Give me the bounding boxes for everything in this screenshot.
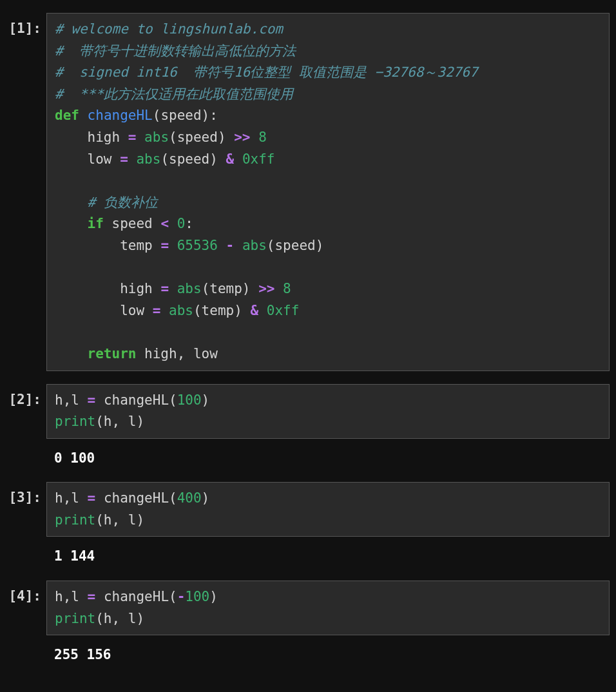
token-var <box>55 195 88 210</box>
token-var: ) <box>202 490 210 506</box>
token-var <box>136 130 144 145</box>
token-number-lit: 65536 <box>177 238 218 253</box>
token-operator: - <box>226 238 235 253</box>
token-builtin: abs <box>144 130 169 145</box>
cell-content: h,l = changeHL(100)print(h, l)0 100 <box>46 384 610 470</box>
token-var: changeHL( <box>95 392 177 408</box>
token-builtin: abs <box>169 303 193 318</box>
token-builtin: print <box>55 611 95 626</box>
cell-prompt: [2]: <box>6 384 46 470</box>
code-input[interactable]: # welcome to lingshunlab.com# 带符号十进制数转输出… <box>46 13 610 371</box>
token-number-lit: 8 <box>258 130 267 145</box>
token-var <box>169 216 177 231</box>
token-var <box>55 260 120 275</box>
token-var <box>169 281 177 296</box>
token-var: changeHL( <box>95 490 177 506</box>
token-keyword: def <box>55 108 79 123</box>
token-var: temp <box>55 238 160 253</box>
code-line: if speed < 0: <box>55 213 601 235</box>
token-operator: - <box>177 589 186 604</box>
cell-4: [4]:h,l = changeHL(-100)print(h, l)255 1… <box>6 581 610 666</box>
cell-2: [2]:h,l = changeHL(100)print(h, l)0 100 <box>6 384 610 470</box>
code-line: # welcome to lingshunlab.com <box>55 19 601 41</box>
token-number-lit: 8 <box>283 281 291 296</box>
token-operator: = <box>160 238 169 253</box>
token-var: changeHL( <box>95 589 177 604</box>
cell-prompt: [3]: <box>6 482 46 568</box>
token-var: ) <box>209 589 218 604</box>
token-var: high, low <box>136 346 217 361</box>
token-comment: # 负数补位 <box>88 195 158 210</box>
token-builtin: abs <box>136 151 160 167</box>
token-var <box>258 303 267 318</box>
token-var <box>218 238 226 253</box>
code-line <box>55 322 601 343</box>
cell-output: 1 144 <box>46 537 610 568</box>
token-var <box>160 303 169 318</box>
token-var: (temp) <box>202 281 259 296</box>
token-var: (h, l) <box>95 414 144 429</box>
token-var <box>234 238 242 253</box>
code-line: print(h, l) <box>55 411 601 433</box>
token-keyword: if <box>88 216 104 231</box>
token-var <box>169 238 177 253</box>
code-line: h,l = changeHL(100) <box>55 390 601 412</box>
token-var: high <box>55 130 128 145</box>
code-line: # ***此方法仅适用在此取值范围使用 <box>55 84 601 106</box>
token-var: low <box>55 151 120 167</box>
code-line: return high, low <box>55 343 601 365</box>
token-builtin: print <box>55 414 95 429</box>
cell-content: h,l = changeHL(-100)print(h, l)255 156 <box>46 581 610 666</box>
code-line: h,l = changeHL(400) <box>55 488 601 510</box>
token-var <box>55 324 88 340</box>
token-var <box>55 216 88 231</box>
token-comment: # ***此方法仅适用在此取值范围使用 <box>55 86 293 102</box>
code-line: # 带符号十进制数转输出高低位的方法 <box>55 41 601 62</box>
token-number-lit: 100 <box>177 392 202 408</box>
token-number-lit: 0xff <box>267 303 300 318</box>
token-var: h,l <box>55 490 88 506</box>
code-input[interactable]: h,l = changeHL(100)print(h, l) <box>46 384 610 439</box>
token-builtin: print <box>55 512 95 528</box>
token-var: low <box>55 303 153 318</box>
token-var: speed <box>104 216 161 231</box>
notebook: [1]:# welcome to lingshunlab.com# 带符号十进制… <box>6 13 610 666</box>
cell-content: h,l = changeHL(400)print(h, l)1 144 <box>46 482 610 568</box>
token-operator: = <box>88 490 96 506</box>
code-line: # 负数补位 <box>55 192 601 214</box>
token-operator: = <box>128 130 137 145</box>
token-var <box>234 151 242 167</box>
token-comment: # 带符号十进制数转输出高低位的方法 <box>55 43 296 59</box>
cell-output: 255 156 <box>46 635 610 666</box>
code-line: def changeHL(speed): <box>55 105 601 127</box>
code-line: low = abs(speed) & 0xff <box>55 149 601 171</box>
cell-prompt: [1]: <box>6 13 46 371</box>
token-number-lit: 400 <box>177 490 202 506</box>
token-var <box>128 151 137 167</box>
token-operator: = <box>88 589 96 604</box>
token-operator: = <box>160 281 169 296</box>
token-builtin: abs <box>177 281 202 296</box>
token-operator: & <box>226 151 235 167</box>
token-var: (h, l) <box>95 611 144 626</box>
code-line: h,l = changeHL(-100) <box>55 586 601 608</box>
code-line: high = abs(speed) >> 8 <box>55 127 601 149</box>
code-line: temp = 65536 - abs(speed) <box>55 235 601 257</box>
token-comment: # welcome to lingshunlab.com <box>55 21 283 37</box>
code-input[interactable]: h,l = changeHL(-100)print(h, l) <box>46 581 610 635</box>
token-var <box>274 281 283 296</box>
token-var: high <box>55 281 160 296</box>
cell-prompt: [4]: <box>6 581 46 666</box>
token-operator: = <box>88 392 96 408</box>
code-line <box>55 257 601 279</box>
code-input[interactable]: h,l = changeHL(400)print(h, l) <box>46 482 610 537</box>
token-operator: < <box>160 216 169 231</box>
code-line: high = abs(temp) >> 8 <box>55 278 601 300</box>
token-number-lit: 100 <box>185 589 209 604</box>
code-line: low = abs(temp) & 0xff <box>55 300 601 322</box>
cell-1: [1]:# welcome to lingshunlab.com# 带符号十进制… <box>6 13 610 371</box>
token-var: (h, l) <box>95 512 144 528</box>
token-var: : <box>185 216 193 231</box>
token-var <box>79 108 88 123</box>
cell-3: [3]:h,l = changeHL(400)print(h, l)1 144 <box>6 482 610 568</box>
